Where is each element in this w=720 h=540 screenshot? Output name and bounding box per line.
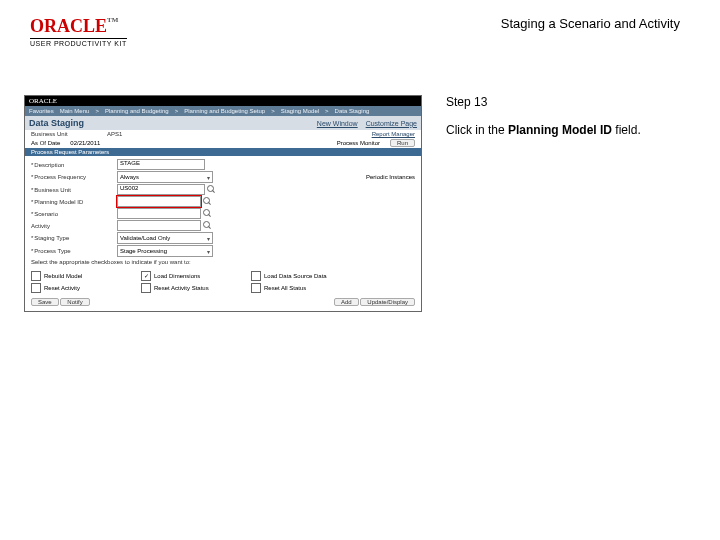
activity-label: Activity (31, 223, 117, 229)
freq-label: Process Frequency (31, 174, 117, 180)
scenario-input[interactable] (117, 208, 201, 219)
model-label: Planning Model ID (31, 199, 117, 205)
brand-name: ORACLE (30, 16, 107, 36)
nav-item[interactable]: Data Staging (335, 108, 370, 114)
instruction-post: field. (612, 123, 641, 137)
breadcrumb: Favorites Main Menu > Planning and Budge… (25, 106, 421, 116)
asof-label: As Of Date (31, 140, 60, 146)
periodic-link[interactable]: Periodic Instances (366, 174, 415, 180)
nav-item[interactable]: Main Menu (60, 108, 90, 114)
process-monitor-link[interactable]: Process Monitor (337, 140, 380, 146)
nav-item[interactable]: Favorites (29, 108, 54, 114)
check-label: Reset Activity (44, 285, 80, 291)
nav-item[interactable]: Planning and Budgeting (105, 108, 169, 114)
check-label: Load Data Source Data (264, 273, 327, 279)
brand-subline: USER PRODUCTIVITY KIT (30, 38, 127, 47)
checkbox-grid: Rebuild Model ✓Load Dimensions Load Data… (25, 269, 421, 295)
stagetype-label: Staging Type (31, 235, 117, 241)
lookup-icon[interactable] (203, 209, 212, 218)
chevron-down-icon: ▾ (207, 174, 210, 181)
freq-select[interactable]: Always▾ (117, 171, 213, 183)
instruction-text: Click in the Planning Model ID field. (446, 123, 680, 137)
checkbox[interactable] (251, 283, 261, 293)
new-window-link[interactable]: New Window (317, 120, 358, 127)
checkbox[interactable] (31, 271, 41, 281)
app-brand-bar: ORACLE (25, 96, 421, 106)
asof-value: 02/21/2011 (70, 140, 100, 146)
proctype-select[interactable]: Stage Processing▾ (117, 245, 213, 257)
chevron-down-icon: ▾ (207, 248, 210, 255)
planning-model-id-input[interactable] (117, 196, 201, 207)
nav-item[interactable]: Planning and Budgeting Setup (184, 108, 265, 114)
page-title: Staging a Scenario and Activity (501, 16, 680, 31)
trademark: TM (107, 16, 118, 24)
instruction-pre: Click in the (446, 123, 508, 137)
param-section-bar: Process Request Parameters (25, 148, 421, 156)
checkbox[interactable]: ✓ (141, 271, 151, 281)
add-button[interactable]: Add (334, 298, 359, 306)
checkbox[interactable] (251, 271, 261, 281)
stagetype-value: Validate/Load Only (120, 235, 170, 241)
proctype-value: Stage Processing (120, 248, 167, 254)
bu-value: APS1 (107, 131, 122, 137)
bu-label: Business Unit (31, 131, 101, 137)
lookup-icon[interactable] (203, 221, 212, 230)
report-manager-link[interactable]: Report Manager (372, 131, 415, 137)
screenshot-panel: ORACLE Favorites Main Menu > Planning an… (24, 95, 422, 312)
run-button[interactable]: Run (390, 139, 415, 147)
scenario-label: Scenario (31, 211, 117, 217)
checks-caption: Select the appropriate checkboxes to ind… (31, 259, 415, 265)
instruction-bold: Planning Model ID (508, 123, 612, 137)
save-button[interactable]: Save (31, 298, 59, 306)
section-title: Data Staging (29, 118, 84, 128)
bu2-input[interactable]: US002 (117, 184, 205, 195)
check-label: Rebuild Model (44, 273, 82, 279)
update-button[interactable]: Update/Display (360, 298, 415, 306)
lookup-icon[interactable] (203, 197, 212, 206)
check-label: Load Dimensions (154, 273, 200, 279)
desc-label: Description (31, 162, 117, 168)
check-label: Reset Activity Status (154, 285, 209, 291)
stagetype-select[interactable]: Validate/Load Only▾ (117, 232, 213, 244)
activity-input[interactable] (117, 220, 201, 231)
proctype-label: Process Type (31, 248, 117, 254)
instruction-panel: Step 13 Click in the Planning Model ID f… (446, 95, 680, 137)
checkbox[interactable] (31, 283, 41, 293)
notify-button[interactable]: Notify (60, 298, 89, 306)
nav-item[interactable]: Staging Model (281, 108, 319, 114)
check-label: Reset All Status (264, 285, 306, 291)
desc-input[interactable]: STAGE (117, 159, 205, 170)
checkbox[interactable] (141, 283, 151, 293)
freq-value: Always (120, 174, 139, 180)
lookup-icon[interactable] (207, 185, 216, 194)
chevron-down-icon: ▾ (207, 235, 210, 242)
customize-page-link[interactable]: Customize Page (366, 120, 417, 127)
brand-logo: ORACLETM USER PRODUCTIVITY KIT (30, 16, 127, 47)
bu2-label: Business Unit (31, 187, 117, 193)
step-label: Step 13 (446, 95, 680, 109)
